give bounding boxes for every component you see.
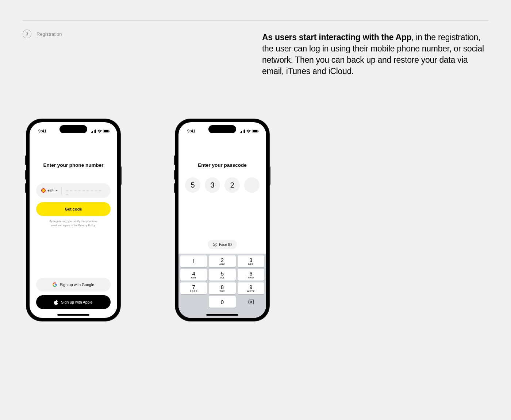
apple-icon	[54, 300, 58, 305]
battery-icon	[103, 130, 110, 133]
backspace-icon	[247, 300, 254, 304]
faceid-icon	[213, 243, 217, 247]
chevron-down-icon	[55, 190, 58, 191]
svg-rect-9	[243, 130, 243, 133]
wifi-icon	[97, 130, 102, 133]
faceid-label: Face ID	[219, 243, 232, 247]
phone-mockup-signup: 9:41 Enter your phone number +84 _ _ _ _…	[26, 119, 120, 321]
section-badge: 3 Registration	[23, 30, 62, 38]
privacy-note: By registering, you certify that you hav…	[36, 220, 111, 227]
key-4[interactable]: 4GHI	[180, 269, 207, 281]
pin-4	[244, 177, 260, 193]
key-delete[interactable]	[238, 296, 264, 308]
home-indicator	[57, 314, 89, 316]
key-5[interactable]: 5JKL	[209, 269, 235, 281]
svg-rect-3	[95, 130, 96, 133]
key-7[interactable]: 7PQRS	[180, 282, 207, 294]
svg-rect-8	[241, 131, 242, 133]
signup-google-button[interactable]: Sign up with Google	[36, 278, 111, 292]
signal-icon	[91, 130, 96, 133]
wifi-icon	[246, 130, 251, 133]
svg-rect-0	[91, 132, 92, 133]
get-code-button[interactable]: Get code	[36, 202, 111, 216]
svg-rect-10	[244, 130, 245, 133]
phone-number-input[interactable]: +84 _ _ _ _ _ _ _ _ _ _	[36, 183, 111, 198]
key-2[interactable]: 2ABC	[209, 255, 235, 267]
key-6[interactable]: 6MNO	[238, 269, 264, 281]
key-9[interactable]: 9WXYZ	[238, 282, 264, 294]
faceid-button[interactable]: Face ID	[208, 240, 237, 249]
dynamic-island	[59, 125, 87, 133]
home-indicator	[206, 314, 238, 316]
section-description: As users start interacting with the App,…	[262, 32, 488, 77]
country-code-selector[interactable]: +84	[41, 186, 62, 194]
country-code-label: +84	[47, 189, 54, 193]
status-time: 9:41	[38, 129, 46, 133]
svg-rect-12	[253, 130, 258, 132]
passcode-title: Enter your passcode	[178, 162, 266, 168]
key-0[interactable]: 0	[209, 296, 235, 308]
status-time: 9:41	[187, 129, 195, 133]
svg-rect-6	[110, 131, 110, 132]
passcode-dots: 5 3 2	[178, 177, 266, 193]
phone-number-title: Enter your phone number	[36, 162, 111, 168]
signal-icon	[240, 130, 245, 133]
phone-placeholder: _ _ _ _ _ _ _ _ _ _	[66, 186, 105, 194]
flag-icon	[41, 188, 46, 193]
phone-mockup-passcode: 9:41 Enter your passcode 5 3 2 Face	[175, 119, 269, 321]
dynamic-island	[208, 125, 236, 133]
key-3[interactable]: 3DEF	[238, 255, 264, 267]
svg-rect-7	[240, 132, 241, 133]
svg-rect-2	[94, 130, 95, 133]
pin-3: 2	[224, 177, 240, 193]
svg-rect-13	[258, 131, 259, 132]
signup-apple-button[interactable]: Sign up with Apple	[36, 295, 111, 309]
svg-rect-5	[104, 130, 109, 132]
google-label: Sign up with Google	[60, 282, 94, 287]
battery-icon	[252, 130, 259, 133]
key-8[interactable]: 8TUV	[209, 282, 235, 294]
key-1[interactable]: 1	[180, 255, 207, 267]
description-bold: As users start interacting with the App	[262, 32, 411, 42]
divider	[23, 20, 488, 21]
apple-label: Sign up with Apple	[61, 300, 92, 304]
get-code-label: Get code	[65, 207, 82, 211]
pin-2: 3	[205, 177, 220, 193]
svg-rect-1	[92, 131, 93, 133]
section-number: 3	[23, 30, 31, 38]
pin-1: 5	[185, 177, 200, 193]
key-blank	[180, 296, 207, 308]
numeric-keypad: 1 2ABC 3DEF 4GHI 5JKL 6MNO 7PQRS 8TUV 9W…	[178, 254, 266, 318]
google-icon	[53, 282, 57, 287]
section-label: Registration	[36, 31, 62, 37]
